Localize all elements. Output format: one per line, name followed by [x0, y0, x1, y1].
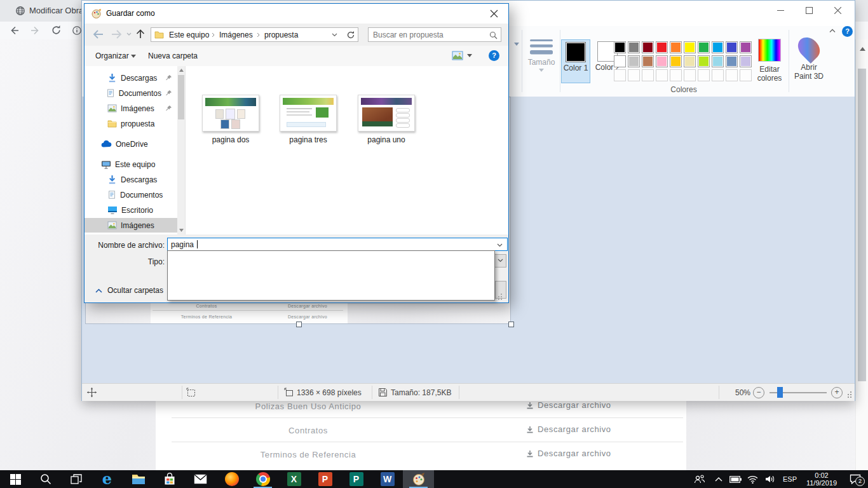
- color1-button[interactable]: Color 1: [561, 39, 590, 83]
- palette-swatch[interactable]: [684, 55, 696, 67]
- palette-swatch-empty[interactable]: [726, 69, 738, 81]
- search-box[interactable]: Buscar en propuesta: [368, 27, 501, 42]
- palette-swatch[interactable]: [628, 55, 640, 67]
- taskbar-file-explorer-button[interactable]: [123, 470, 154, 488]
- palette-swatch[interactable]: [656, 55, 668, 67]
- nav-item-documentos[interactable]: Documentos: [85, 187, 177, 202]
- action-center-button[interactable]: 2: [843, 470, 868, 488]
- close-button[interactable]: [824, 1, 852, 20]
- breadcrumb-subfolder[interactable]: propuesta: [264, 30, 298, 39]
- taskbar-store-button[interactable]: [154, 470, 185, 488]
- edit-colors-button[interactable]: Editar colores: [754, 39, 785, 83]
- tray-language-button[interactable]: ESP: [779, 470, 801, 488]
- nav-item-descargas-pinned[interactable]: Descargas: [85, 71, 177, 85]
- back-icon[interactable]: [92, 29, 104, 39]
- refresh-button[interactable]: [343, 27, 358, 42]
- browser-forward-icon[interactable]: [31, 25, 41, 36]
- taskbar-firefox-button[interactable]: [216, 470, 247, 488]
- palette-swatch[interactable]: [642, 55, 654, 67]
- file-item[interactable]: pagina tres: [273, 95, 343, 144]
- file-type-dropdown-button[interactable]: [494, 254, 506, 268]
- tray-wifi-button[interactable]: [744, 470, 761, 488]
- nav-item-onedrive[interactable]: OneDrive: [85, 137, 177, 151]
- view-mode-icon[interactable]: [452, 51, 463, 60]
- organize-button[interactable]: Organizar: [95, 51, 129, 60]
- palette-swatch[interactable]: [614, 55, 626, 67]
- minimize-button[interactable]: [766, 1, 795, 20]
- taskbar-search-button[interactable]: [31, 470, 61, 488]
- dialog-close-icon[interactable]: [490, 10, 498, 18]
- nav-item-documentos-pinned[interactable]: Documentos: [85, 86, 177, 100]
- zoom-out-button[interactable]: −: [753, 387, 764, 398]
- nav-scrollbar[interactable]: [177, 66, 185, 234]
- taskbar-word-button[interactable]: W: [372, 470, 403, 488]
- palette-swatch[interactable]: [684, 41, 696, 53]
- recent-locations-icon[interactable]: [126, 32, 132, 36]
- palette-swatch[interactable]: [726, 55, 738, 67]
- resize-grip-icon[interactable]: [846, 391, 852, 398]
- file-item[interactable]: pagina uno: [351, 95, 421, 144]
- view-dropdown-icon[interactable]: [467, 54, 472, 57]
- nav-item-descargas[interactable]: Descargas: [85, 172, 177, 187]
- palette-swatch[interactable]: [614, 41, 626, 53]
- palette-swatch[interactable]: [698, 55, 710, 67]
- nav-item-escritorio[interactable]: Escritorio: [85, 203, 177, 217]
- open-paint3d-button[interactable]: Abrir Paint 3D: [791, 36, 827, 81]
- zoom-slider-thumb[interactable]: [777, 387, 783, 398]
- scroll-up-icon[interactable]: [179, 69, 184, 72]
- maximize-button[interactable]: [795, 1, 824, 20]
- size-button[interactable]: Tamaño: [526, 39, 557, 72]
- palette-swatch[interactable]: [642, 41, 654, 53]
- nav-scrollbar-thumb[interactable]: [178, 75, 184, 119]
- filename-dropdown-icon[interactable]: [497, 243, 503, 247]
- download-link[interactable]: Descargar archivo: [526, 400, 611, 410]
- palette-swatch[interactable]: [740, 55, 752, 67]
- canvas-resize-handle[interactable]: [508, 322, 514, 327]
- palette-swatch[interactable]: [628, 41, 640, 53]
- breadcrumb-folder[interactable]: Imágenes: [219, 30, 253, 39]
- hide-folders-button[interactable]: Ocultar carpetas: [95, 286, 163, 295]
- tray-battery-button[interactable]: [727, 470, 744, 488]
- browser-back-icon[interactable]: [9, 25, 19, 36]
- forward-icon[interactable]: [111, 29, 123, 39]
- zoom-in-button[interactable]: +: [831, 387, 843, 398]
- browser-tab-title[interactable]: Modificar Obra/: [29, 6, 86, 15]
- new-folder-button[interactable]: Nueva carpeta: [148, 51, 198, 60]
- palette-swatch[interactable]: [726, 41, 738, 53]
- dialog-help-button[interactable]: ?: [489, 50, 499, 61]
- file-item[interactable]: pagina dos: [196, 95, 266, 144]
- download-link[interactable]: Descargar archivo: [526, 449, 611, 458]
- palette-swatch-empty[interactable]: [740, 69, 752, 81]
- scroll-down-icon[interactable]: [179, 229, 184, 232]
- tray-clock-button[interactable]: 0:02 11/9/2019: [801, 470, 843, 488]
- start-button[interactable]: [0, 470, 31, 488]
- palette-swatch-empty[interactable]: [614, 69, 626, 81]
- taskbar-powerpoint-button[interactable]: P: [309, 470, 341, 488]
- taskbar-excel-button[interactable]: X: [278, 470, 309, 488]
- palette-swatch[interactable]: [670, 55, 682, 67]
- taskbar-mail-button[interactable]: [185, 470, 216, 488]
- palette-swatch-empty[interactable]: [656, 69, 668, 81]
- palette-swatch-empty[interactable]: [698, 69, 710, 81]
- download-link[interactable]: Descargar archivo: [526, 424, 611, 434]
- canvas-resize-handle[interactable]: [296, 322, 302, 327]
- scroll-up-icon[interactable]: [860, 47, 865, 51]
- palette-swatch[interactable]: [740, 41, 752, 53]
- browser-reload-icon[interactable]: [51, 25, 62, 36]
- palette-swatch[interactable]: [656, 41, 668, 53]
- page-info-icon[interactable]: [72, 25, 82, 36]
- palette-swatch[interactable]: [698, 41, 710, 53]
- nav-item-propuesta[interactable]: propuesta: [85, 116, 177, 131]
- task-view-button[interactable]: [61, 470, 92, 488]
- palette-swatch[interactable]: [712, 55, 724, 67]
- nav-item-imagenes-selected[interactable]: Imágenes: [85, 218, 177, 233]
- taskbar-edge-button[interactable]: e: [92, 470, 123, 488]
- tray-overflow-button[interactable]: [710, 470, 727, 488]
- taskbar-chrome-button[interactable]: [247, 470, 278, 488]
- nav-item-imagenes-pinned[interactable]: Imágenes: [85, 101, 177, 116]
- palette-swatch-empty[interactable]: [670, 69, 682, 81]
- filename-input[interactable]: pagina: [167, 238, 508, 251]
- taskbar-publisher-button[interactable]: P: [341, 470, 372, 488]
- address-bar[interactable]: Este equipo Imágenes propuesta: [151, 27, 344, 42]
- tray-people-button[interactable]: [689, 470, 710, 488]
